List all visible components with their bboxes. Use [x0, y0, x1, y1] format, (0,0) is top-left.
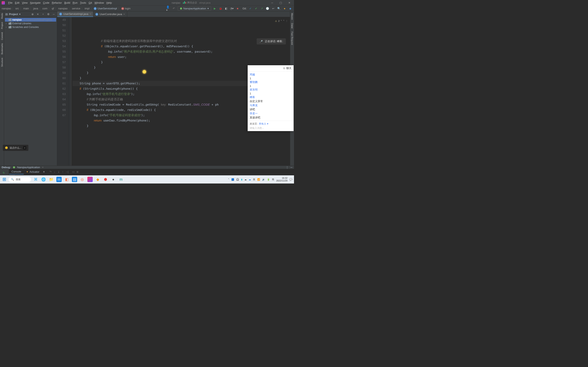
more-icon[interactable]: ⋮	[286, 166, 288, 169]
tray-chevron-icon[interactable]: ˄	[228, 178, 229, 181]
chat-popup[interactable]: ⧉ 聊天 邓越1董朝鹏1崔东明1稀客自定义异常马乘龙讲吧李君一直接讲吧 发送至:…	[248, 65, 294, 131]
meeting-indicator[interactable]: 腾讯会议	[183, 1, 197, 4]
tab-UserController.java[interactable]: CUserController.java×	[93, 11, 127, 17]
gutter-commit[interactable]: Commit	[0, 31, 4, 42]
git-push-icon[interactable]: ↗	[260, 7, 264, 11]
breadcrumb-com[interactable]: com	[43, 7, 48, 10]
chrome-icon[interactable]: 🌐	[41, 177, 46, 182]
speaking-indicator[interactable]: 🎤 正在讲话: 稀客;	[257, 38, 286, 44]
run-to-cursor-icon[interactable]: →|	[65, 170, 69, 174]
breadcrumb-qf[interactable]: qf	[52, 7, 54, 10]
taskbar-search[interactable]: 🔍 搜索	[9, 177, 31, 182]
breadcrumb-src[interactable]: src	[15, 7, 19, 10]
project-title[interactable]: Project	[9, 13, 18, 16]
tree-external-libraries[interactable]: ›External Libraries	[5, 22, 56, 25]
sublime-icon[interactable]: ◆	[95, 177, 100, 182]
close-button[interactable]: ✕	[286, 1, 292, 4]
emoji-icon[interactable]: 😊	[5, 146, 8, 149]
trace-icon[interactable]: ≣	[75, 170, 79, 174]
coverage-button[interactable]: ◧	[224, 7, 228, 11]
chat-messages[interactable]: 邓越1董朝鹏1崔东明1稀客自定义异常马乘龙讲吧李君一直接讲吧	[248, 72, 294, 121]
explorer-icon[interactable]: 📁	[49, 177, 54, 182]
app-icon-2[interactable]: ◧	[64, 177, 69, 182]
close-tab-icon[interactable]: ×	[123, 13, 125, 16]
run-button[interactable]: ▶	[213, 7, 217, 11]
intellij-icon[interactable]	[87, 177, 93, 182]
ime-lang[interactable]: 英	[253, 178, 255, 181]
menu-run[interactable]: Run	[71, 1, 79, 5]
profile-button[interactable]: ◔▾	[230, 7, 234, 11]
next-icon[interactable]: ˅	[283, 18, 285, 24]
step-out-icon[interactable]: ↑	[61, 170, 65, 174]
menu-window[interactable]: Window	[93, 1, 105, 5]
close-tab-icon[interactable]: ×	[90, 12, 91, 16]
menu-code[interactable]: Code	[42, 1, 51, 5]
gutter-datat[interactable]: Datat	[291, 21, 294, 30]
gutter-bookmarks[interactable]: Bookmarks	[0, 42, 4, 56]
breadcrumb[interactable]: nanqiao〉src〉main〉java〉com〉qf〉nanqiao〉ser…	[2, 7, 166, 10]
evaluate-icon[interactable]: ▭	[71, 170, 75, 174]
tab-actuator[interactable]: ✦Actuator	[24, 169, 42, 174]
app-icon-5[interactable]: ⬢	[103, 177, 108, 182]
tab-console[interactable]: Console	[9, 169, 24, 174]
gutter-maven[interactable]: Maven	[291, 11, 294, 21]
breadcrumb-main[interactable]: main	[23, 7, 29, 10]
menu-git[interactable]: Git	[87, 1, 93, 5]
gutter-fast-request[interactable]: Fast Request	[291, 30, 294, 47]
breadcrumb-nanqiao[interactable]: nanqiao	[2, 7, 11, 10]
menu-tools[interactable]: Tools	[79, 1, 87, 5]
step-over-icon[interactable]: ↷	[48, 170, 52, 174]
run-config-dropdown[interactable]: ⬢ NanqiaoApplication ▾	[178, 6, 211, 11]
popout-icon[interactable]: ⧉	[283, 67, 285, 70]
tray-icon-2[interactable]: 🎧	[236, 178, 239, 181]
volume-icon[interactable]: 🔊	[262, 178, 265, 181]
close-tab-icon[interactable]: ×	[42, 166, 44, 169]
speak-bubble[interactable]: 😊 说点什么... ‹	[3, 145, 28, 151]
collapse-all-icon[interactable]: ÷	[41, 12, 45, 16]
app-icon-7[interactable]: m	[118, 177, 124, 182]
minimize-button[interactable]: ─	[269, 1, 275, 4]
rerun-button[interactable]: ↻	[1, 170, 6, 175]
notifications-icon[interactable]: 💬	[290, 178, 292, 181]
chevron-down-icon[interactable]: ▾	[19, 13, 21, 16]
gutter-redis[interactable]: Redis	[0, 11, 4, 20]
menu-build[interactable]: Build	[63, 1, 71, 5]
app-icon-3[interactable]: ▤	[72, 177, 77, 182]
git-commit-icon[interactable]: ✔	[254, 7, 258, 11]
chat-input[interactable]: 请输入消息...	[250, 126, 292, 130]
tab-UserServiceImpl.java[interactable]: CUserServiceImpl.java×	[57, 11, 93, 17]
prev-icon[interactable]: ˄	[281, 18, 282, 24]
add-user-icon[interactable]: 👤▾	[166, 7, 170, 11]
git-update-icon[interactable]: ✓	[248, 7, 252, 11]
ide-settings-icon[interactable]: ◆	[288, 7, 292, 11]
windows-taskbar[interactable]: ⊞ 🔍 搜索 ⌘ 🌐 📁 m ◧ ▤ ◎ ◆ ⬢ ● m ˄ 🟦 🎧 ▮ ☁ ☁…	[0, 175, 294, 184]
wifi-icon[interactable]: 📶	[257, 178, 260, 181]
back-icon[interactable]: ↶	[172, 7, 176, 11]
git-rollback-icon[interactable]: ↩	[271, 7, 275, 11]
breadcrumb-login[interactable]: login	[125, 7, 130, 10]
battery-icon[interactable]: 🔋	[267, 178, 270, 181]
debug-target[interactable]: NanqiaoApplication	[17, 166, 40, 169]
expand-all-icon[interactable]: ≡	[36, 12, 40, 16]
gutter-project[interactable]: Project	[0, 20, 4, 31]
inspections-widget[interactable]: ⚠ 2 ˄ ˅ ⋮	[275, 18, 288, 24]
app-icon-4[interactable]: ◎	[80, 177, 85, 182]
menu-refactor[interactable]: Refactor	[51, 1, 63, 5]
more-icon[interactable]: ⋮	[286, 18, 288, 24]
vscode-icon[interactable]: ⌘	[33, 177, 38, 182]
soft-wrap-icon[interactable]: ≡	[42, 170, 46, 174]
start-button[interactable]: ⊞	[2, 177, 7, 182]
ime-mode[interactable]: 简	[272, 178, 274, 181]
debug-button[interactable]: 🐞	[218, 7, 223, 11]
breadcrumb-service[interactable]: service	[72, 7, 80, 10]
avatar-icon[interactable]: ●	[283, 7, 287, 11]
project-tree[interactable]: ›nanqiaoC:\Users\zed\IdeaProjects›Extern…	[4, 17, 57, 30]
hide-icon[interactable]: ─	[52, 12, 56, 16]
maximize-button[interactable]: ▢	[278, 1, 284, 4]
search-icon[interactable]: 🔍	[277, 7, 281, 11]
select-opened-icon[interactable]: ⊕	[30, 12, 35, 16]
clock[interactable]: 16:32 2022/11/29	[276, 177, 287, 182]
menu-view[interactable]: View	[21, 1, 29, 5]
menu-navigate[interactable]: Navigate	[29, 1, 42, 5]
stop-button[interactable]: ■	[236, 7, 240, 11]
